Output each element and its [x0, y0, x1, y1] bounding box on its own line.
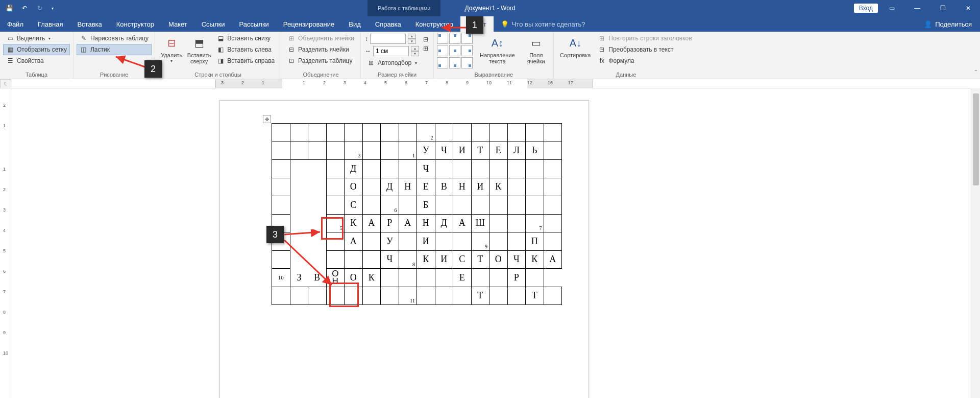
crossword-cell[interactable]: [507, 178, 526, 196]
crossword-cell[interactable]: [417, 287, 435, 305]
crossword-cell[interactable]: [544, 160, 562, 178]
ruler-corner[interactable]: L: [0, 79, 11, 88]
crossword-cell[interactable]: [326, 250, 345, 269]
crossword-cell[interactable]: [272, 196, 290, 215]
crossword-cell[interactable]: 8: [399, 250, 417, 269]
crossword-cell[interactable]: 6: [381, 196, 399, 215]
crossword-cell[interactable]: К: [489, 178, 508, 196]
row-height-field[interactable]: ↕ ▲▼: [364, 33, 420, 45]
align-br[interactable]: [461, 57, 473, 68]
tab-table-design[interactable]: Конструктор: [408, 16, 460, 32]
crossword-cell[interactable]: [399, 232, 417, 251]
crossword-cell[interactable]: Е: [489, 142, 508, 160]
crossword-cell[interactable]: О: [489, 250, 508, 269]
vertical-ruler[interactable]: 21 123 456 789 10: [0, 88, 11, 398]
crossword-cell[interactable]: В: [435, 178, 453, 196]
tab-layout[interactable]: Макет: [161, 16, 194, 32]
signin-button[interactable]: Вход: [854, 4, 878, 13]
crossword-cell[interactable]: [326, 142, 345, 160]
crossword-cell[interactable]: К: [526, 250, 544, 269]
tab-references[interactable]: Ссылки: [194, 16, 232, 32]
crossword-cell[interactable]: 5: [326, 214, 345, 232]
align-tr[interactable]: [461, 33, 473, 44]
crossword-cell[interactable]: А: [399, 214, 417, 232]
crossword-cell[interactable]: [507, 196, 526, 215]
crossword-cell[interactable]: Ч: [435, 142, 453, 160]
crossword-cell[interactable]: Л: [507, 142, 526, 160]
crossword-cell[interactable]: [489, 232, 508, 251]
crossword-cell[interactable]: Н: [399, 178, 417, 196]
distribute-cols-button[interactable]: ⊞: [422, 44, 429, 53]
crossword-cell[interactable]: 7: [526, 214, 544, 232]
view-gridlines-button[interactable]: ▦Отобразить сетку: [3, 44, 70, 55]
crossword-cell[interactable]: Е: [453, 269, 472, 287]
crossword-cell[interactable]: Т: [471, 250, 489, 269]
tab-help[interactable]: Справка: [368, 16, 408, 32]
crossword-cell[interactable]: [526, 178, 544, 196]
split-cells-button[interactable]: ⊟Разделить ячейки: [284, 44, 357, 55]
crossword-cell[interactable]: К: [417, 250, 435, 269]
width-down[interactable]: ▼: [411, 51, 419, 56]
redo-button[interactable]: ↻: [33, 1, 47, 15]
crossword-cell[interactable]: С: [345, 196, 363, 215]
crossword-cell[interactable]: [290, 142, 308, 160]
crossword-cell[interactable]: А: [345, 232, 363, 251]
formula-button[interactable]: fxФормула: [595, 55, 695, 66]
crossword-cell[interactable]: [417, 269, 435, 287]
crossword-cell[interactable]: [362, 250, 381, 269]
sort-button[interactable]: A↓ Сортировка: [557, 33, 594, 60]
crossword-cell[interactable]: 3: [345, 142, 363, 160]
crossword-cell[interactable]: [453, 196, 472, 215]
crossword-cell[interactable]: И: [453, 142, 472, 160]
crossword-cell[interactable]: [544, 178, 562, 196]
tell-me-search[interactable]: 💡 Что вы хотите сделать?: [494, 16, 593, 32]
crossword-cell[interactable]: [544, 214, 562, 232]
crossword-cell[interactable]: Т: [526, 287, 544, 305]
distribute-rows-button[interactable]: ⊟: [422, 35, 429, 44]
crossword-table[interactable]: 231УЧИТЕЛЬДЧОДНЕВНИКС6Б5КАРАНДАШ7АУИ9ПЧ8…: [272, 123, 562, 305]
crossword-cell[interactable]: 9: [471, 232, 489, 251]
crossword-cell[interactable]: [526, 124, 544, 142]
align-mr[interactable]: [461, 45, 473, 56]
table-move-handle[interactable]: ✥: [263, 115, 271, 123]
crossword-cell[interactable]: [308, 160, 327, 178]
crossword-cell[interactable]: [290, 232, 308, 251]
crossword-cell[interactable]: [326, 178, 345, 196]
crossword-cell[interactable]: Д: [345, 160, 363, 178]
crossword-cell[interactable]: [544, 196, 562, 215]
crossword-cell[interactable]: [399, 196, 417, 215]
crossword-cell[interactable]: [290, 196, 308, 215]
crossword-cell[interactable]: У: [417, 142, 435, 160]
crossword-cell[interactable]: [290, 178, 308, 196]
crossword-cell[interactable]: [544, 287, 562, 305]
crossword-cell[interactable]: [326, 160, 345, 178]
height-up[interactable]: ▲: [408, 34, 416, 39]
crossword-cell[interactable]: 2: [417, 124, 435, 142]
crossword-cell[interactable]: [362, 178, 381, 196]
crossword-cell[interactable]: [435, 287, 453, 305]
crossword-cell[interactable]: [326, 232, 345, 251]
align-bl[interactable]: [437, 57, 448, 68]
crossword-cell[interactable]: Р: [381, 214, 399, 232]
crossword-cell[interactable]: [381, 269, 399, 287]
crossword-cell[interactable]: [526, 196, 544, 215]
crossword-cell[interactable]: [345, 287, 363, 305]
crossword-cell[interactable]: [290, 160, 308, 178]
crossword-cell[interactable]: [381, 160, 399, 178]
crossword-cell[interactable]: [308, 287, 327, 305]
eraser-button[interactable]: ◫Ластик: [77, 44, 152, 55]
draw-table-button[interactable]: ✎Нарисовать таблицу: [77, 33, 152, 44]
crossword-cell[interactable]: [272, 250, 290, 269]
crossword-cell[interactable]: [308, 142, 327, 160]
crossword-cell[interactable]: К: [362, 269, 381, 287]
crossword-cell[interactable]: С: [453, 250, 472, 269]
crossword-cell[interactable]: И: [471, 178, 489, 196]
crossword-cell[interactable]: [453, 160, 472, 178]
crossword-cell[interactable]: Р: [507, 269, 526, 287]
crossword-cell[interactable]: [362, 124, 381, 142]
crossword-cell[interactable]: [308, 196, 327, 215]
undo-button[interactable]: ↶: [17, 1, 32, 15]
tab-design[interactable]: Конструктор: [109, 16, 161, 32]
crossword-cell[interactable]: [381, 287, 399, 305]
crossword-cell[interactable]: [544, 232, 562, 251]
